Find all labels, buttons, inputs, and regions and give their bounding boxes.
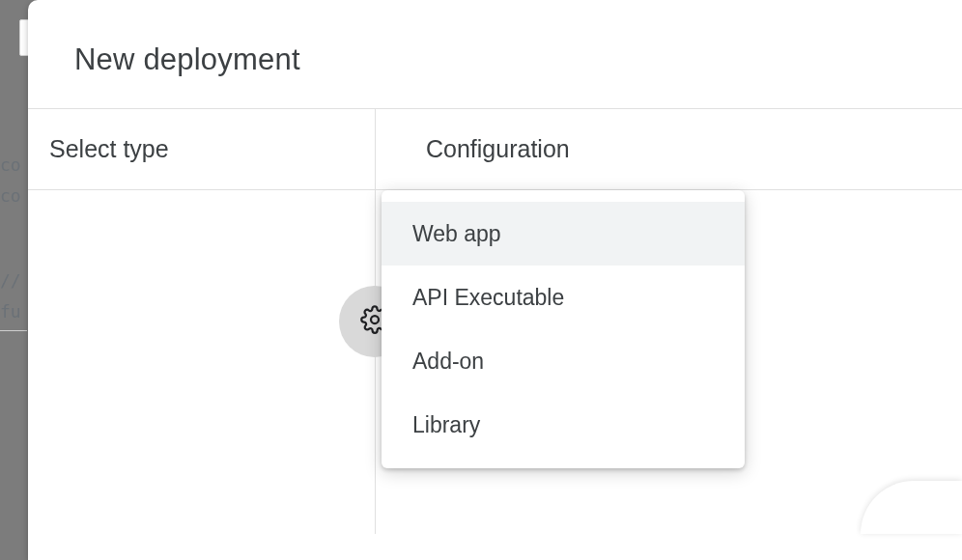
svg-point-0 (371, 316, 379, 323)
dialog-title: New deployment (28, 0, 962, 108)
option-label: Library (412, 412, 480, 438)
select-type-label: Select type (49, 135, 169, 163)
dialog-columns: Select type Configuration Web app (28, 109, 962, 534)
select-type-header: Select type (28, 109, 375, 190)
option-label: Web app (412, 221, 501, 247)
type-option-library[interactable]: Library (382, 393, 745, 457)
corner-button[interactable] (861, 481, 962, 534)
configuration-header: Configuration (376, 109, 962, 190)
type-option-api-executable[interactable]: API Executable (382, 266, 745, 329)
background-code: co co // fu (0, 150, 21, 328)
background-separator (0, 330, 27, 331)
deployment-type-dropdown: Web app API Executable Add-on Library (382, 190, 745, 468)
option-label: API Executable (412, 285, 564, 311)
configuration-column: Configuration Web app API Executable Add… (376, 109, 962, 534)
configuration-label: Configuration (426, 135, 570, 163)
select-type-column: Select type (28, 109, 376, 534)
new-deployment-dialog: New deployment Select type Configuration (28, 0, 962, 560)
option-label: Add-on (412, 349, 484, 375)
type-option-web-app[interactable]: Web app (382, 202, 745, 266)
type-option-add-on[interactable]: Add-on (382, 329, 745, 393)
